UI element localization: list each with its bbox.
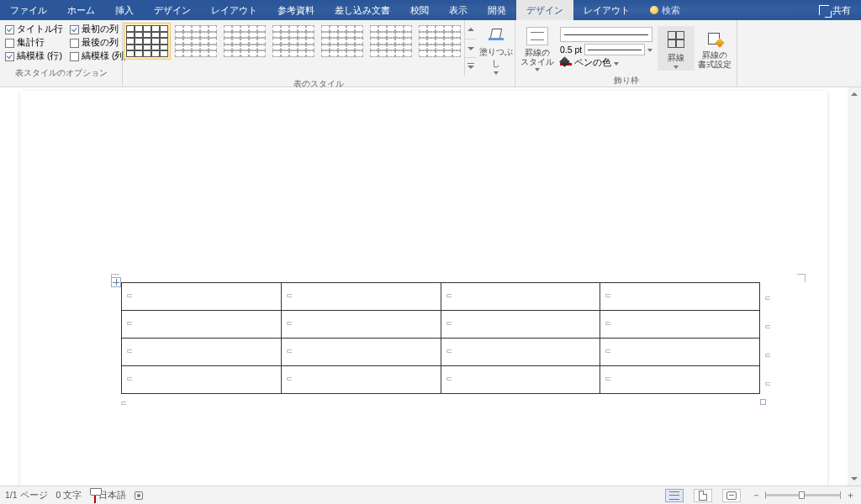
- border-painter-button[interactable]: 罫線の 書式設定: [696, 25, 733, 71]
- tell-me-search[interactable]: 検索: [640, 0, 690, 20]
- border-weight-label: 0.5 pt: [560, 45, 582, 55]
- table-style-thumb[interactable]: [416, 23, 463, 60]
- borders-button[interactable]: 罫線: [658, 26, 695, 71]
- tab-layout[interactable]: レイアウト: [201, 0, 267, 20]
- chevron-up-icon: [467, 28, 474, 31]
- chevron-down-icon: [647, 49, 653, 52]
- group-label-borders: 飾り枠: [515, 73, 737, 87]
- border-style-icon: [526, 27, 548, 45]
- opt-header-row[interactable]: タイトル行: [5, 24, 63, 35]
- opt-first-col[interactable]: 最初の列: [70, 24, 127, 35]
- chevron-down-icon: [614, 62, 620, 66]
- tab-developer[interactable]: 開発: [478, 0, 516, 20]
- share-icon: [819, 5, 829, 15]
- table-style-thumb[interactable]: [270, 23, 317, 60]
- opt-total-row[interactable]: 集計行: [5, 37, 63, 49]
- checkbox-icon: [70, 39, 79, 48]
- gallery-more[interactable]: [465, 58, 476, 76]
- lightbulb-icon: [650, 6, 658, 14]
- opt-last-col[interactable]: 最後の列: [70, 37, 127, 49]
- more-icon: [467, 66, 474, 69]
- table-style-thumb[interactable]: [367, 23, 415, 60]
- tab-table-design[interactable]: デザイン: [516, 0, 573, 20]
- paint-bucket-icon: [489, 27, 504, 40]
- table-style-thumb[interactable]: [221, 23, 268, 60]
- border-weight-selector[interactable]: [584, 44, 645, 55]
- opt-banded-rows[interactable]: 縞模様 (行): [5, 50, 63, 62]
- pen-color-button[interactable]: ペンの色: [560, 57, 653, 69]
- checkbox-icon: [70, 25, 79, 34]
- tab-home[interactable]: ホーム: [57, 0, 105, 20]
- chevron-down-icon: [467, 47, 474, 50]
- table-style-gallery: [123, 20, 464, 76]
- pen-icon: [560, 57, 572, 69]
- border-painter-icon: [706, 31, 723, 46]
- border-line-style[interactable]: [560, 27, 652, 42]
- share-button[interactable]: 共有: [809, 0, 861, 20]
- grid-icon: [668, 31, 684, 48]
- table-style-thumb[interactable]: [172, 23, 219, 60]
- border-styles-button[interactable]: 罫線の スタイル: [519, 23, 556, 73]
- share-label: 共有: [832, 4, 851, 17]
- chevron-down-icon: [673, 66, 679, 69]
- table-style-thumb[interactable]: [319, 23, 366, 60]
- tab-mailings[interactable]: 差し込み文書: [325, 0, 400, 20]
- shading-button[interactable]: 塗りつぶし: [478, 20, 515, 76]
- chevron-down-icon: [535, 68, 541, 71]
- tell-me-label: 検索: [662, 4, 680, 17]
- ribbon: タイトル行 最初の列 集計行 最後の列 縞模様 (行) 縞模様 (列) 表スタイ…: [0, 20, 861, 87]
- table-style-thumb[interactable]: [124, 23, 171, 60]
- tab-view[interactable]: 表示: [439, 0, 478, 20]
- group-label-table-styles: 表のスタイル: [123, 76, 515, 87]
- tab-review[interactable]: 校閲: [400, 0, 439, 20]
- tab-design[interactable]: デザイン: [144, 0, 201, 20]
- group-label-style-options: 表スタイルのオプション: [0, 66, 122, 81]
- checkbox-icon: [70, 52, 79, 61]
- tab-table-layout[interactable]: レイアウト: [573, 0, 640, 20]
- tab-file[interactable]: ファイル: [0, 0, 57, 20]
- tab-references[interactable]: 参考資料: [267, 0, 325, 20]
- gallery-scroll-up[interactable]: [465, 20, 476, 39]
- chevron-down-icon: [494, 71, 499, 75]
- checkbox-icon: [5, 52, 14, 61]
- tab-insert[interactable]: 挿入: [105, 0, 144, 20]
- gallery-scroll-down[interactable]: [465, 39, 476, 59]
- opt-banded-cols[interactable]: 縞模様 (列): [70, 50, 127, 62]
- checkbox-icon: [5, 25, 14, 34]
- checkbox-icon: [5, 39, 14, 48]
